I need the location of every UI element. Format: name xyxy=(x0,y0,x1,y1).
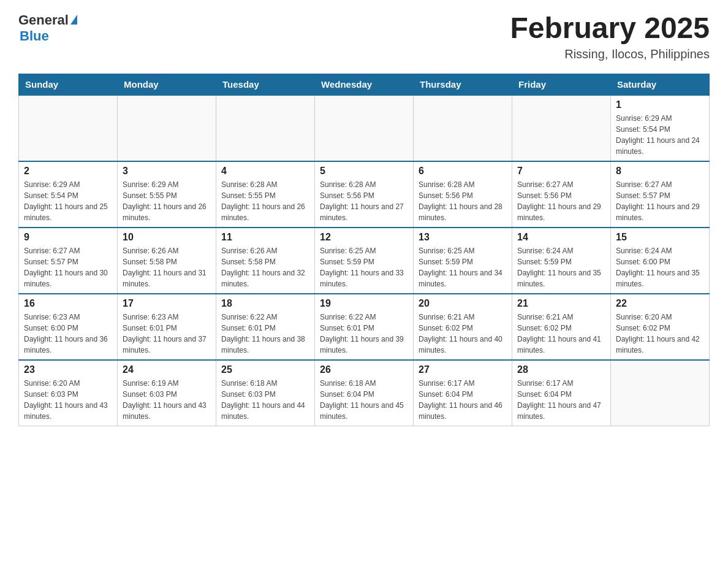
day-number: 18 xyxy=(221,298,309,309)
header-monday: Monday xyxy=(118,74,216,95)
table-row: 13Sunrise: 6:25 AMSunset: 5:59 PMDayligh… xyxy=(414,228,512,294)
header-saturday: Saturday xyxy=(611,74,710,95)
table-row: 5Sunrise: 6:28 AMSunset: 5:56 PMDaylight… xyxy=(315,161,414,228)
day-info: Sunrise: 6:20 AMSunset: 6:03 PMDaylight:… xyxy=(24,378,112,422)
day-info: Sunrise: 6:20 AMSunset: 6:02 PMDaylight:… xyxy=(616,312,704,356)
table-row: 25Sunrise: 6:18 AMSunset: 6:03 PMDayligh… xyxy=(216,360,315,426)
day-info: Sunrise: 6:28 AMSunset: 5:55 PMDaylight:… xyxy=(221,179,309,223)
table-row: 19Sunrise: 6:22 AMSunset: 6:01 PMDayligh… xyxy=(315,294,414,360)
day-info: Sunrise: 6:18 AMSunset: 6:03 PMDaylight:… xyxy=(221,378,309,422)
table-row: 20Sunrise: 6:21 AMSunset: 6:02 PMDayligh… xyxy=(414,294,512,360)
day-info: Sunrise: 6:28 AMSunset: 5:56 PMDaylight:… xyxy=(320,179,408,223)
day-number: 10 xyxy=(123,232,211,243)
day-number: 27 xyxy=(419,364,507,375)
day-number: 24 xyxy=(123,364,211,375)
table-row: 24Sunrise: 6:19 AMSunset: 6:03 PMDayligh… xyxy=(118,360,216,426)
table-row: 3Sunrise: 6:29 AMSunset: 5:55 PMDaylight… xyxy=(118,161,216,228)
day-info: Sunrise: 6:27 AMSunset: 5:57 PMDaylight:… xyxy=(24,245,112,289)
day-number: 11 xyxy=(221,232,309,243)
day-info: Sunrise: 6:24 AMSunset: 6:00 PMDaylight:… xyxy=(616,245,704,289)
table-row: 14Sunrise: 6:24 AMSunset: 5:59 PMDayligh… xyxy=(512,228,611,294)
day-info: Sunrise: 6:22 AMSunset: 6:01 PMDaylight:… xyxy=(221,312,309,356)
table-row: 7Sunrise: 6:27 AMSunset: 5:56 PMDaylight… xyxy=(512,161,611,228)
day-number: 22 xyxy=(616,298,704,309)
table-row: 10Sunrise: 6:26 AMSunset: 5:58 PMDayligh… xyxy=(118,228,216,294)
table-row: 4Sunrise: 6:28 AMSunset: 5:55 PMDaylight… xyxy=(216,161,315,228)
day-number: 26 xyxy=(320,364,408,375)
day-number: 21 xyxy=(517,298,605,309)
table-row xyxy=(216,95,315,161)
day-number: 12 xyxy=(320,232,408,243)
day-info: Sunrise: 6:26 AMSunset: 5:58 PMDaylight:… xyxy=(123,245,211,289)
table-row: 26Sunrise: 6:18 AMSunset: 6:04 PMDayligh… xyxy=(315,360,414,426)
table-row: 27Sunrise: 6:17 AMSunset: 6:04 PMDayligh… xyxy=(414,360,512,426)
title-block: February 2025 Rissing, Ilocos, Philippin… xyxy=(510,12,710,61)
day-info: Sunrise: 6:22 AMSunset: 6:01 PMDaylight:… xyxy=(320,312,408,356)
table-row: 6Sunrise: 6:28 AMSunset: 5:56 PMDaylight… xyxy=(414,161,512,228)
calendar-table: Sunday Monday Tuesday Wednesday Thursday… xyxy=(18,74,710,426)
month-title: February 2025 xyxy=(510,12,710,45)
day-number: 25 xyxy=(221,364,309,375)
day-number: 17 xyxy=(123,298,211,309)
day-number: 2 xyxy=(24,166,112,177)
day-number: 23 xyxy=(24,364,112,375)
table-row: 18Sunrise: 6:22 AMSunset: 6:01 PMDayligh… xyxy=(216,294,315,360)
day-number: 28 xyxy=(517,364,605,375)
day-number: 8 xyxy=(616,166,704,177)
table-row xyxy=(512,95,611,161)
calendar-week-row: 9Sunrise: 6:27 AMSunset: 5:57 PMDaylight… xyxy=(19,228,710,294)
table-row: 9Sunrise: 6:27 AMSunset: 5:57 PMDaylight… xyxy=(19,228,118,294)
day-number: 7 xyxy=(517,166,605,177)
day-number: 20 xyxy=(419,298,507,309)
logo-blue-text: Blue xyxy=(20,28,49,44)
day-info: Sunrise: 6:27 AMSunset: 5:57 PMDaylight:… xyxy=(616,179,704,223)
table-row xyxy=(19,95,118,161)
header-sunday: Sunday xyxy=(19,74,118,95)
table-row xyxy=(414,95,512,161)
header-thursday: Thursday xyxy=(414,74,512,95)
table-row: 17Sunrise: 6:23 AMSunset: 6:01 PMDayligh… xyxy=(118,294,216,360)
day-number: 14 xyxy=(517,232,605,243)
table-row: 23Sunrise: 6:20 AMSunset: 6:03 PMDayligh… xyxy=(19,360,118,426)
day-number: 9 xyxy=(24,232,112,243)
day-info: Sunrise: 6:23 AMSunset: 6:01 PMDaylight:… xyxy=(123,312,211,356)
day-number: 15 xyxy=(616,232,704,243)
day-info: Sunrise: 6:23 AMSunset: 6:00 PMDaylight:… xyxy=(24,312,112,356)
day-info: Sunrise: 6:29 AMSunset: 5:54 PMDaylight:… xyxy=(24,179,112,223)
logo: General Blue xyxy=(18,12,77,44)
logo-triangle-icon xyxy=(70,15,77,25)
day-info: Sunrise: 6:17 AMSunset: 6:04 PMDaylight:… xyxy=(419,378,507,422)
table-row xyxy=(611,360,710,426)
day-number: 19 xyxy=(320,298,408,309)
day-number: 5 xyxy=(320,166,408,177)
table-row: 12Sunrise: 6:25 AMSunset: 5:59 PMDayligh… xyxy=(315,228,414,294)
day-info: Sunrise: 6:25 AMSunset: 5:59 PMDaylight:… xyxy=(419,245,507,289)
table-row: 15Sunrise: 6:24 AMSunset: 6:00 PMDayligh… xyxy=(611,228,710,294)
day-number: 13 xyxy=(419,232,507,243)
table-row: 8Sunrise: 6:27 AMSunset: 5:57 PMDaylight… xyxy=(611,161,710,228)
table-row: 1Sunrise: 6:29 AMSunset: 5:54 PMDaylight… xyxy=(611,95,710,161)
day-info: Sunrise: 6:19 AMSunset: 6:03 PMDaylight:… xyxy=(123,378,211,422)
day-number: 16 xyxy=(24,298,112,309)
day-info: Sunrise: 6:17 AMSunset: 6:04 PMDaylight:… xyxy=(517,378,605,422)
day-number: 6 xyxy=(419,166,507,177)
header-wednesday: Wednesday xyxy=(315,74,414,95)
calendar-week-row: 16Sunrise: 6:23 AMSunset: 6:00 PMDayligh… xyxy=(19,294,710,360)
table-row: 11Sunrise: 6:26 AMSunset: 5:58 PMDayligh… xyxy=(216,228,315,294)
day-info: Sunrise: 6:21 AMSunset: 6:02 PMDaylight:… xyxy=(517,312,605,356)
table-row: 2Sunrise: 6:29 AMSunset: 5:54 PMDaylight… xyxy=(19,161,118,228)
logo-general-text: General xyxy=(18,12,69,28)
header-tuesday: Tuesday xyxy=(216,74,315,95)
table-row: 22Sunrise: 6:20 AMSunset: 6:02 PMDayligh… xyxy=(611,294,710,360)
table-row: 16Sunrise: 6:23 AMSunset: 6:00 PMDayligh… xyxy=(19,294,118,360)
day-info: Sunrise: 6:26 AMSunset: 5:58 PMDaylight:… xyxy=(221,245,309,289)
table-row xyxy=(118,95,216,161)
day-info: Sunrise: 6:21 AMSunset: 6:02 PMDaylight:… xyxy=(419,312,507,356)
table-row: 28Sunrise: 6:17 AMSunset: 6:04 PMDayligh… xyxy=(512,360,611,426)
calendar-week-row: 2Sunrise: 6:29 AMSunset: 5:54 PMDaylight… xyxy=(19,161,710,228)
day-info: Sunrise: 6:29 AMSunset: 5:55 PMDaylight:… xyxy=(123,179,211,223)
location-text: Rissing, Ilocos, Philippines xyxy=(510,47,710,61)
day-info: Sunrise: 6:29 AMSunset: 5:54 PMDaylight:… xyxy=(616,113,704,157)
day-number: 4 xyxy=(221,166,309,177)
calendar-week-row: 1Sunrise: 6:29 AMSunset: 5:54 PMDaylight… xyxy=(19,95,710,161)
